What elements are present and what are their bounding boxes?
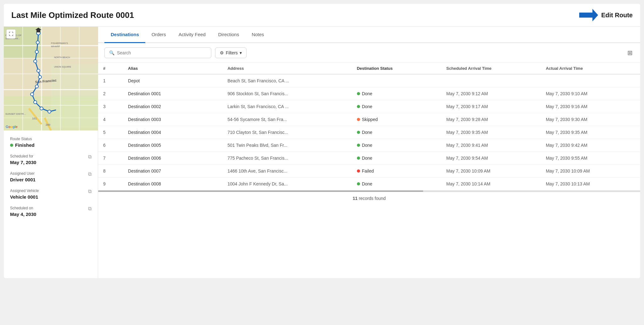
- scheduled-on-section: Scheduled on May 4, 2030 ⧉: [10, 206, 92, 217]
- cell-actual-time: May 7, 2030 9:42 AM: [541, 139, 640, 152]
- cell-alias: Destination 0008: [123, 178, 222, 190]
- tab-notes[interactable]: Notes: [245, 27, 270, 43]
- table-body: 1DepotBeach St, San Francisco, CA ...2De…: [98, 74, 640, 190]
- table-header: # Alias Address Destination Status Sched…: [98, 63, 640, 74]
- fullscreen-button[interactable]: ⛶: [6, 29, 16, 39]
- assigned-vehicle-label: Assigned Vehicle: [10, 189, 39, 193]
- status-badge: Done: [357, 181, 436, 186]
- cell-actual-time: May 7, 2030 9:30 AM: [541, 113, 640, 126]
- cell-num: 1: [98, 74, 123, 87]
- status-dot: [357, 182, 360, 185]
- scheduled-for-label: Scheduled for: [10, 154, 36, 158]
- cell-scheduled-time: May 7, 2030 10:09 AM: [441, 165, 541, 178]
- svg-text:280: 280: [46, 123, 50, 126]
- table-row[interactable]: 7Destination 0006775 Pacheco St, San Fra…: [98, 152, 640, 165]
- cell-actual-time: May 7, 2030 10:13 AM: [541, 178, 640, 190]
- cell-address: Larkin St, San Francisco, CA ...: [222, 100, 352, 113]
- assigned-user-section: Assigned User Driver 0001 ⧉: [10, 171, 92, 182]
- status-dot: [357, 118, 360, 121]
- cell-scheduled-time: [441, 74, 541, 87]
- table-footer: 11 records found: [98, 192, 640, 205]
- cell-num: 3: [98, 100, 123, 113]
- cell-status: [352, 74, 441, 87]
- table-row[interactable]: 2Destination 0001906 Stockton St, San Fr…: [98, 87, 640, 100]
- scheduled-for-link-icon[interactable]: ⧉: [88, 154, 92, 160]
- svg-point-30: [35, 85, 38, 88]
- cell-scheduled-time: May 7, 2030 9:12 AM: [441, 87, 541, 100]
- scroll-thumb: [98, 190, 423, 192]
- assigned-user-link-icon[interactable]: ⧉: [88, 171, 92, 177]
- cell-num: 4: [98, 113, 123, 126]
- status-badge: Done: [357, 143, 436, 148]
- search-box[interactable]: 🔍: [104, 47, 211, 58]
- cell-address: 710 Clayton St, San Francisc...: [222, 126, 352, 139]
- toolbar: 🔍 ⚙ Filters ▾ ⊞: [98, 43, 640, 63]
- cell-address: 1004 John F Kennedy Dr, Sa...: [222, 178, 352, 190]
- cell-scheduled-time: May 7, 2030 9:17 AM: [441, 100, 541, 113]
- left-panel: PRESIDIO OF SAN FRAN... San Francisc SUN…: [4, 27, 98, 278]
- cell-address: 54-56 Sycamore St, San Fra...: [222, 113, 352, 126]
- svg-text:SUNSET DISTR...: SUNSET DISTR...: [5, 113, 26, 115]
- search-icon: 🔍: [109, 50, 114, 55]
- cell-alias: Destination 0005: [123, 139, 222, 152]
- cell-scheduled-time: May 7, 2030 9:35 AM: [441, 126, 541, 139]
- cell-alias: Destination 0004: [123, 126, 222, 139]
- status-dot: [357, 105, 360, 108]
- table-row[interactable]: 3Destination 0002Larkin St, San Francisc…: [98, 100, 640, 113]
- route-status-label: Route Status: [10, 137, 92, 141]
- cell-num: 6: [98, 139, 123, 152]
- table-row[interactable]: 1DepotBeach St, San Francisco, CA ...: [98, 74, 640, 87]
- col-header-address: Address: [222, 63, 352, 74]
- edit-route-button[interactable]: Edit Route: [579, 9, 633, 21]
- cell-actual-time: May 7, 2030 10:09 AM: [541, 165, 640, 178]
- scheduled-for-value: May 7, 2030: [10, 160, 36, 165]
- status-dot: [357, 144, 360, 147]
- status-badge: Done: [357, 130, 436, 135]
- assigned-vehicle-link-icon[interactable]: ⧉: [88, 189, 92, 194]
- cell-status: Skipped: [352, 113, 441, 126]
- cell-actual-time: May 7, 2030 9:16 AM: [541, 100, 640, 113]
- cell-address: 775 Pacheco St, San Francis...: [222, 152, 352, 165]
- grid-view-button[interactable]: ⊞: [626, 48, 634, 58]
- filter-icon: ⚙: [220, 50, 224, 55]
- table-row[interactable]: 9Destination 00081004 John F Kennedy Dr,…: [98, 178, 640, 190]
- tab-bar: Destinations Orders Activity Feed Direct…: [98, 27, 640, 43]
- svg-point-29: [38, 75, 42, 79]
- table-row[interactable]: 5Destination 0004710 Clayton St, San Fra…: [98, 126, 640, 139]
- cell-address: 1466 10th Ave, San Francisc...: [222, 165, 352, 178]
- cell-num: 5: [98, 126, 123, 139]
- assigned-vehicle-value: Vehicle 0001: [10, 194, 39, 200]
- status-dot: [357, 169, 360, 173]
- filters-chevron-icon: ▾: [240, 50, 242, 55]
- svg-point-31: [31, 93, 34, 96]
- cell-alias: Destination 0001: [123, 87, 222, 100]
- cell-num: 2: [98, 87, 123, 100]
- map-container: PRESIDIO OF SAN FRAN... San Francisc SUN…: [4, 27, 98, 130]
- svg-text:WHARF: WHARF: [51, 45, 60, 48]
- tab-activity-feed[interactable]: Activity Feed: [172, 27, 212, 43]
- cell-scheduled-time: May 7, 2030 9:28 AM: [441, 113, 541, 126]
- route-status-value: Finished: [10, 142, 92, 148]
- page-wrapper: Last Mile Optimized Route 0001 Edit Rout…: [0, 0, 644, 325]
- filters-button[interactable]: ⚙ Filters ▾: [215, 47, 247, 58]
- tab-destinations[interactable]: Destinations: [104, 27, 145, 43]
- tab-directions[interactable]: Directions: [212, 27, 246, 43]
- scheduled-for-section: Scheduled for May 7, 2030 ⧉: [10, 154, 92, 165]
- svg-point-33: [40, 107, 43, 110]
- map-svg: PRESIDIO OF SAN FRAN... San Francisc SUN…: [4, 27, 98, 130]
- right-panel: Destinations Orders Activity Feed Direct…: [98, 27, 640, 278]
- table-row[interactable]: 4Destination 000354-56 Sycamore St, San …: [98, 113, 640, 126]
- table-row[interactable]: 6Destination 0005501 Twin Peaks Blvd, Sa…: [98, 139, 640, 152]
- cell-status: Done: [352, 87, 441, 100]
- table-row[interactable]: 8Destination 00071466 10th Ave, San Fran…: [98, 165, 640, 178]
- cell-status: Done: [352, 152, 441, 165]
- tab-orders[interactable]: Orders: [145, 27, 172, 43]
- cell-address: 906 Stockton St, San Francis...: [222, 87, 352, 100]
- page-header: Last Mile Optimized Route 0001 Edit Rout…: [4, 4, 640, 27]
- search-input[interactable]: [117, 50, 207, 55]
- svg-point-25: [36, 41, 39, 44]
- destinations-table-wrapper: # Alias Address Destination Status Sched…: [98, 63, 640, 190]
- svg-text:UNION SQUARE: UNION SQUARE: [54, 66, 71, 68]
- scheduled-on-link-icon[interactable]: ⧉: [88, 206, 92, 212]
- status-badge: Skipped: [357, 117, 436, 122]
